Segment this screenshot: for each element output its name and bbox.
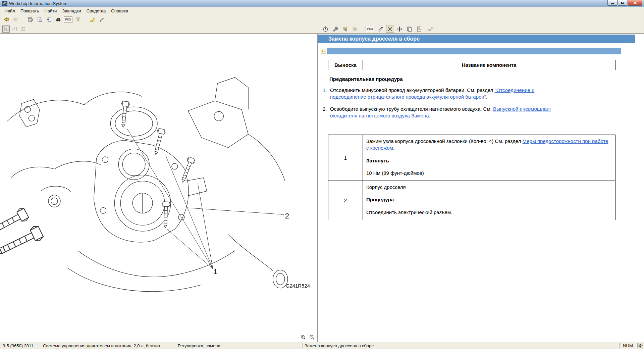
search-button[interactable] <box>54 15 62 23</box>
wrench-button[interactable] <box>331 25 339 33</box>
step-text-plain: Отсоединить минусовой провод аккумулятор… <box>330 87 494 93</box>
link-broken-button[interactable] <box>427 25 435 33</box>
pen-icon <box>99 17 104 22</box>
application-window: Workshop Information System Файл Показат… <box>0 0 644 349</box>
gear-button[interactable] <box>351 25 359 33</box>
menu-file[interactable]: Файл <box>2 8 18 14</box>
export-document-button[interactable] <box>45 15 53 23</box>
step-text-suffix: . <box>486 94 487 100</box>
document-toolbar: PIOI <box>321 24 435 33</box>
menu-tools[interactable]: Средства <box>84 8 109 14</box>
gears-power-icon <box>342 26 348 32</box>
callout-number: 2 <box>328 181 363 220</box>
minimize-icon <box>611 3 614 4</box>
copy-page-button[interactable] <box>405 25 414 33</box>
component-cell: Зажим узла корпуса дроссельной заслонки … <box>363 135 615 181</box>
menu-help[interactable]: Справка <box>108 8 131 14</box>
status-bar: 9-5 (9650) 2011 Система управления двига… <box>0 342 644 349</box>
filter-button[interactable] <box>74 15 82 23</box>
minimize-button[interactable] <box>607 0 618 6</box>
preliminary-heading: Предварительная процедура <box>329 76 615 82</box>
gears-power-button[interactable] <box>341 25 349 33</box>
pioi-button[interactable]: PIOI <box>63 15 73 23</box>
toolbar-separator <box>23 16 23 23</box>
pioi-right-button[interactable]: PIOI <box>365 25 375 33</box>
menu-bookmarks[interactable]: Закладки <box>59 8 84 14</box>
scroll-down-button[interactable] <box>637 346 643 349</box>
image-icon <box>20 27 25 32</box>
stopwatch-icon <box>323 26 328 32</box>
maximize-button[interactable] <box>618 0 627 6</box>
binoculars-icon <box>56 17 61 22</box>
zoom-in-button[interactable] <box>300 334 307 340</box>
forward-icon <box>13 17 19 22</box>
step-text-plain: Освободите выпускную трубу охладителя на… <box>330 106 493 112</box>
marker-button[interactable] <box>376 25 384 33</box>
component-text: Зажим узла корпуса дроссельной заслонки … <box>366 138 523 144</box>
down-arrow-icon <box>639 346 641 348</box>
filter-funnel-icon <box>75 17 81 22</box>
highlighter-icon <box>90 17 95 22</box>
document-section-bar[interactable] <box>327 48 621 54</box>
close-button[interactable] <box>628 0 642 6</box>
tools-button[interactable] <box>386 25 394 33</box>
zoom-out-icon <box>309 335 315 340</box>
step-text: Освободите выпускную трубу охладителя на… <box>330 106 569 119</box>
zoom-in-icon <box>301 335 306 340</box>
document-title: Замена корпуса дросселя в сборе <box>318 35 635 43</box>
torque-value: 10 Нм (89 фунт-дюймов) <box>366 170 612 177</box>
forward-button[interactable] <box>12 15 20 23</box>
print-button[interactable] <box>26 15 34 23</box>
menu-find[interactable]: Найти <box>42 8 59 14</box>
technical-diagram: 1 2 G241R524 <box>0 34 317 342</box>
title-bar: Workshop Information System <box>0 0 644 7</box>
notes-button[interactable] <box>11 26 18 33</box>
move-cross-icon <box>397 26 402 32</box>
menu-view[interactable]: Показать <box>18 8 42 14</box>
corner-scroll-buttons <box>637 343 643 348</box>
print-preview-button[interactable] <box>35 15 44 23</box>
link-broken-icon <box>428 26 434 32</box>
stopwatch-button[interactable] <box>321 25 330 33</box>
procedure-heading: Процедура <box>366 196 612 203</box>
tree-view-button[interactable] <box>2 26 10 33</box>
pen-button[interactable] <box>97 15 106 23</box>
toolbar-separator <box>362 26 362 32</box>
report-problem-icon <box>416 26 422 32</box>
wrench-icon <box>332 26 338 32</box>
maximize-icon <box>621 2 624 4</box>
pioi-label: PIOI <box>366 26 374 32</box>
print-preview-icon <box>37 17 42 22</box>
pioi-label: PIOI <box>64 16 72 23</box>
scroll-up-button[interactable] <box>637 343 643 346</box>
up-arrow-icon <box>639 344 641 345</box>
illustration-panel: 1 2 G241R524 <box>0 34 318 342</box>
back-button[interactable] <box>2 15 11 23</box>
main-toolbar: PIOI <box>0 14 644 24</box>
zoom-controls <box>300 334 315 340</box>
preliminary-step-1: 1. Отсоединить минусовой провод аккумуля… <box>323 87 615 101</box>
component-description: Зажим узла корпуса дроссельной заслонки … <box>366 138 612 152</box>
document-panel: Замена корпуса дросселя в сборе Выноска … <box>318 34 644 342</box>
status-vehicle: 9-5 (9650) 2011 <box>1 343 40 348</box>
callout-number: 1 <box>328 135 363 181</box>
zoom-out-button[interactable] <box>309 334 315 340</box>
doc-back-button[interactable] <box>320 48 326 54</box>
status-system: Система управления двигателем и питания,… <box>41 343 175 348</box>
copy-page-icon <box>407 26 412 32</box>
tree-view-icon <box>4 27 9 32</box>
table-row: 2 Корпус дросселя Процедура Отсоединить … <box>328 181 615 220</box>
step-number: 2. <box>323 106 330 119</box>
status-document: Замена корпуса дросселя в сборе <box>303 343 619 348</box>
step-text-suffix: . <box>429 113 430 118</box>
diagram-callout-1[interactable]: 1 <box>213 267 217 276</box>
image-view-button[interactable] <box>19 26 26 33</box>
component-text-suffix: . <box>393 145 394 151</box>
marker-icon <box>377 26 383 32</box>
close-icon <box>633 1 637 4</box>
move-button[interactable] <box>395 25 404 33</box>
diagram-callout-2[interactable]: 2 <box>285 212 289 220</box>
report-problem-button[interactable] <box>415 25 423 33</box>
highlighter-button[interactable] <box>88 15 96 23</box>
step-number: 1. <box>323 87 330 101</box>
